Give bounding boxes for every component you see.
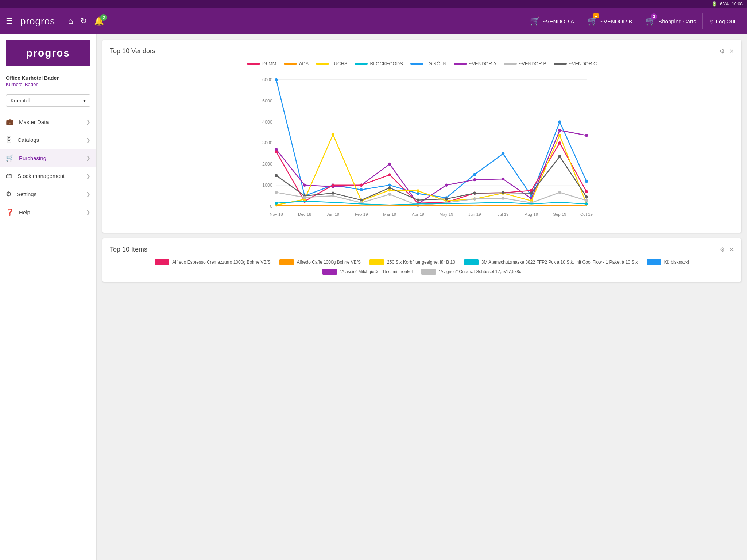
- svg-point-53: [360, 184, 363, 187]
- legend-color-luchs: [316, 63, 329, 65]
- svg-point-77: [360, 199, 363, 202]
- svg-point-85: [585, 195, 588, 198]
- hotel-selector-value: Kurhotel...: [11, 98, 34, 104]
- svg-point-45: [473, 178, 476, 181]
- svg-point-94: [502, 197, 504, 199]
- chevron-right-icon-6: ❯: [86, 209, 90, 215]
- items-chart-card: Top 10 Items ⚙ ✕ Alfredo Espresso Cremaz…: [102, 238, 741, 282]
- vendors-chart-close-icon[interactable]: ✕: [729, 48, 734, 55]
- chevron-right-icon-3: ❯: [86, 155, 90, 161]
- legend-label-vendor-a: ~VENDOR A: [469, 61, 496, 66]
- ada-line: [276, 205, 587, 206]
- hamburger-menu-button[interactable]: ☰: [6, 16, 13, 26]
- battery-icon: 🔋: [712, 1, 717, 7]
- svg-point-39: [303, 184, 306, 187]
- logout-label: Log Out: [716, 18, 735, 24]
- items-chart-settings-icon[interactable]: ⚙: [720, 246, 725, 253]
- vendors-legend: IG MM ADA LUCHS BLOCKFOODS TG KÖLN: [110, 61, 734, 66]
- vendors-chart-card: Top 10 Vendors ⚙ ✕ IG MM ADA LUC: [102, 40, 741, 233]
- svg-point-88: [332, 194, 334, 197]
- legend-color-igmm: [247, 63, 260, 65]
- shopping-carts-button[interactable]: 🛒 3 Shopping Carts: [640, 13, 702, 29]
- briefcase-icon: 💼: [6, 118, 14, 126]
- items-legend: Alfredo Espresso Cremazzurro 1000g Bohne…: [110, 259, 734, 275]
- svg-point-78: [388, 186, 391, 189]
- sidebar-item-purchasing[interactable]: 🛒 Purchasing ❯: [0, 149, 96, 167]
- svg-point-67: [417, 189, 419, 192]
- svg-point-31: [417, 192, 419, 195]
- svg-point-42: [388, 163, 391, 166]
- legend-label-kurbisknacki: Kürbisknacki: [664, 260, 689, 265]
- refresh-icon: ↻: [80, 16, 87, 26]
- help-icon: ❓: [6, 208, 14, 216]
- notifications-button[interactable]: 🔔 2: [94, 16, 104, 26]
- svg-point-72: [558, 134, 561, 137]
- nav-label-help: Help: [19, 209, 30, 215]
- legend-item-vendor-a: ~VENDOR A: [454, 61, 496, 66]
- sidebar-item-master-data[interactable]: 💼 Master Data ❯: [0, 113, 96, 131]
- time: 10:08: [732, 1, 743, 7]
- legend-color-tgkoln: [410, 63, 423, 65]
- sidebar-item-catalogs[interactable]: 🗄 Catalogs ❯: [0, 131, 96, 149]
- svg-point-46: [502, 178, 504, 180]
- svg-text:4000: 4000: [262, 120, 272, 125]
- svg-text:Apr 19: Apr 19: [412, 212, 424, 217]
- svg-point-52: [332, 184, 334, 187]
- items-chart-close-icon[interactable]: ✕: [729, 246, 734, 253]
- legend-label-vendor-c: ~VENDOR C: [569, 61, 597, 66]
- svg-point-86: [275, 191, 278, 194]
- legend-item-vendor-b: ~VENDOR B: [504, 61, 547, 66]
- svg-text:1000: 1000: [262, 183, 272, 188]
- legend-label-ada: ADA: [299, 61, 309, 66]
- vendor-b-label: ~VENDOR B: [600, 18, 632, 24]
- hotel-selector[interactable]: Kurhotel... ▾: [6, 94, 90, 107]
- svg-point-64: [332, 133, 334, 136]
- sidebar-item-stock[interactable]: 🗃 Stock management ❯: [0, 167, 96, 185]
- svg-point-98: [275, 202, 278, 205]
- chevron-down-icon: ▾: [83, 98, 86, 104]
- vendor-a-button[interactable]: 🛒 ~VENDOR A: [524, 13, 580, 29]
- svg-text:Dec 18: Dec 18: [298, 212, 311, 217]
- items-chart-title: Top 10 Items: [110, 246, 147, 253]
- legend-item-alfredo-caffe: Alfredo Caffè 1000g Bohne VB/S: [279, 259, 361, 265]
- sidebar-item-help[interactable]: ❓ Help ❯: [0, 203, 96, 221]
- legend-label-luchs: LUCHS: [331, 61, 347, 66]
- logout-button[interactable]: ⎋ Log Out: [704, 15, 741, 27]
- svg-point-48: [558, 129, 561, 132]
- legend-color-vendor-c: [554, 63, 567, 65]
- legend-color-ada: [284, 63, 297, 65]
- vendors-svg: 0 1000 2000 3000 4000 5000 6000 Nov 18 D…: [110, 72, 734, 225]
- vendor-b-button[interactable]: 🛒 ▲ ~VENDOR B: [582, 13, 638, 29]
- legend-color-avignon: [421, 269, 436, 275]
- svg-point-74: [275, 174, 278, 177]
- svg-point-44: [445, 184, 448, 187]
- svg-point-79: [417, 199, 419, 202]
- vendors-chart-settings-icon[interactable]: ⚙: [720, 48, 725, 55]
- svg-text:5000: 5000: [262, 98, 272, 104]
- svg-text:3000: 3000: [262, 140, 272, 145]
- archive-icon: 🗃: [6, 172, 12, 180]
- svg-text:Nov 18: Nov 18: [270, 212, 283, 217]
- home-button[interactable]: ⌂: [68, 16, 73, 26]
- main-layout: progros Office Kurhotel Baden Kurhotel B…: [0, 34, 747, 560]
- brand-name: progros: [20, 16, 55, 27]
- svg-point-37: [585, 180, 588, 183]
- notification-badge: 2: [100, 14, 107, 21]
- chevron-right-icon-5: ❯: [86, 191, 90, 197]
- chevron-right-icon-4: ❯: [86, 173, 90, 179]
- svg-point-30: [388, 184, 391, 187]
- legend-item-blockfoods: BLOCKFOODS: [355, 61, 403, 66]
- nav-label-master-data: Master Data: [19, 119, 49, 125]
- svg-point-61: [585, 190, 588, 193]
- svg-point-97: [585, 199, 588, 202]
- vendor-a-label: ~VENDOR A: [543, 18, 574, 24]
- legend-item-3m: 3M Atemschutzmaske 8822 FFP2 Pck a 10 St…: [464, 259, 638, 265]
- svg-text:0: 0: [270, 204, 272, 209]
- sidebar-item-settings[interactable]: ⚙ Settings ❯: [0, 185, 96, 203]
- legend-item-avignon: "Avignon" Quadrat-Schüssel 17,5x17,5x8c: [421, 269, 521, 275]
- refresh-button[interactable]: ↻: [80, 16, 87, 26]
- svg-point-87: [303, 196, 306, 199]
- svg-point-34: [502, 152, 504, 155]
- main-content: Top 10 Vendors ⚙ ✕ IG MM ADA LUC: [97, 34, 747, 560]
- svg-text:Jan 19: Jan 19: [327, 212, 340, 217]
